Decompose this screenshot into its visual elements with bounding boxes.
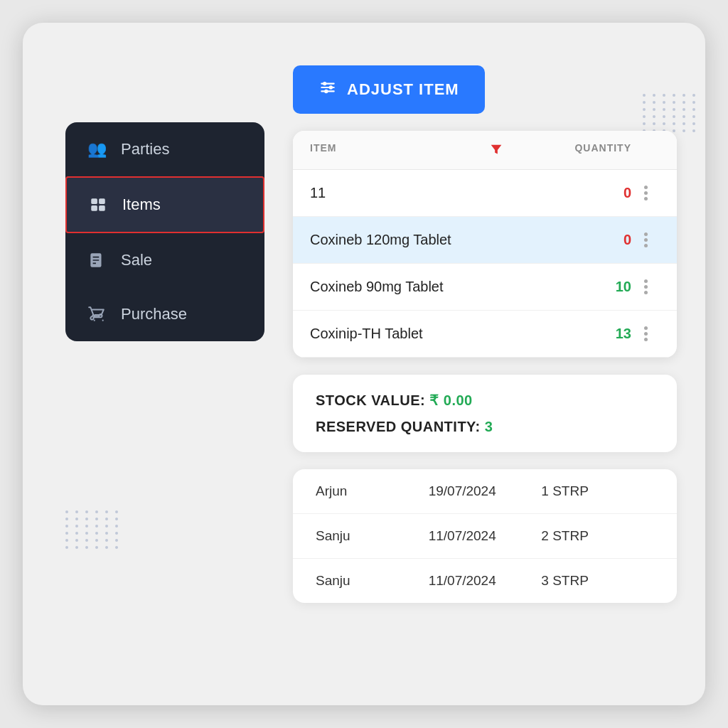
table-row[interactable]: Coxinip-TH Tablet 13 (293, 311, 677, 358)
item-name: Coxineb 90mg Tablet (310, 279, 475, 295)
reserved-date: 19/07/2024 (429, 483, 542, 499)
item-quantity: 13 (518, 326, 631, 342)
table-row[interactable]: Arjun 19/07/2024 1 STRP (293, 469, 677, 514)
reserved-date: 11/07/2024 (429, 573, 542, 589)
dot-grid-bottom-left (65, 510, 121, 549)
main-content: ADJUST ITEM ITEM QUANTITY 11 0 (293, 65, 677, 677)
item-name: Coxinip-TH Tablet (310, 326, 475, 342)
reserved-date: 11/07/2024 (429, 528, 542, 544)
reserved-qty-value: 3 (485, 419, 493, 434)
adjust-item-button[interactable]: ADJUST ITEM (293, 65, 485, 114)
item-quantity: 0 (518, 232, 631, 248)
col-quantity-label: QUANTITY (518, 142, 631, 158)
items-table-header: ITEM QUANTITY (293, 131, 677, 170)
item-name: Coxineb 120mg Tablet (310, 232, 475, 248)
items-icon (87, 193, 109, 216)
svg-rect-3 (99, 205, 105, 211)
adjust-icon (318, 78, 337, 101)
sidebar-item-purchase[interactable]: Purchase (65, 287, 264, 341)
reserved-name: Sanju (316, 528, 429, 544)
reserved-qty-row: RESERVED QUANTITY: 3 (316, 419, 654, 435)
table-row[interactable]: 11 0 (293, 170, 677, 217)
item-menu-button[interactable] (631, 230, 660, 250)
item-quantity: 10 (518, 279, 631, 295)
svg-point-9 (102, 320, 104, 321)
table-row[interactable]: Coxineb 90mg Tablet 10 (293, 264, 677, 311)
svg-rect-1 (99, 198, 105, 204)
table-row[interactable]: Sanju 11/07/2024 3 STRP (293, 559, 677, 603)
stock-value-row: STOCK VALUE: ₹ 0.00 (316, 392, 654, 409)
item-menu-button[interactable] (631, 183, 660, 203)
stock-info-card: STOCK VALUE: ₹ 0.00 RESERVED QUANTITY: 3 (293, 375, 677, 452)
table-row[interactable]: Coxineb 120mg Tablet 0 (293, 217, 677, 264)
stock-value-amount: ₹ 0.00 (429, 392, 472, 408)
reserved-table: Arjun 19/07/2024 1 STRP Sanju 11/07/2024… (293, 469, 677, 603)
sidebar-item-parties[interactable]: 👥 Parties (65, 122, 264, 176)
reserved-qty: 1 STRP (541, 483, 654, 499)
reserved-qty-label: RESERVED QUANTITY: (316, 419, 481, 434)
item-menu-button[interactable] (631, 277, 660, 297)
sidebar-item-purchase-label: Purchase (121, 305, 187, 323)
svg-point-13 (323, 82, 326, 85)
table-row[interactable]: Sanju 11/07/2024 2 STRP (293, 514, 677, 559)
adjust-item-label: ADJUST ITEM (347, 80, 459, 99)
sidebar: 👥 Parties Items (65, 122, 264, 341)
sale-icon (85, 249, 108, 272)
svg-point-8 (94, 320, 95, 321)
reserved-name: Arjun (316, 483, 429, 499)
stock-value-label: STOCK VALUE: (316, 392, 425, 408)
item-name: 11 (310, 185, 475, 201)
reserved-qty: 3 STRP (541, 573, 654, 589)
sidebar-item-items[interactable]: Items (65, 176, 264, 233)
purchase-icon (85, 303, 108, 326)
col-item-label: ITEM (310, 142, 475, 158)
parties-icon: 👥 (85, 138, 108, 161)
reserved-name: Sanju (316, 573, 429, 589)
item-quantity: 0 (518, 185, 631, 201)
svg-point-15 (324, 90, 328, 93)
sidebar-item-sale-label: Sale (121, 251, 152, 269)
app-container: 👥 Parties Items (23, 23, 705, 705)
svg-rect-2 (91, 205, 97, 211)
sidebar-item-parties-label: Parties (121, 140, 169, 159)
svg-point-14 (329, 85, 333, 89)
sidebar-item-items-label: Items (122, 196, 161, 214)
svg-rect-0 (91, 198, 97, 204)
filter-icon-container[interactable] (475, 142, 518, 158)
items-card: ITEM QUANTITY 11 0 Coxin (293, 131, 677, 358)
sidebar-item-sale[interactable]: Sale (65, 233, 264, 287)
reserved-qty: 2 STRP (541, 528, 654, 544)
item-menu-button[interactable] (631, 323, 660, 344)
